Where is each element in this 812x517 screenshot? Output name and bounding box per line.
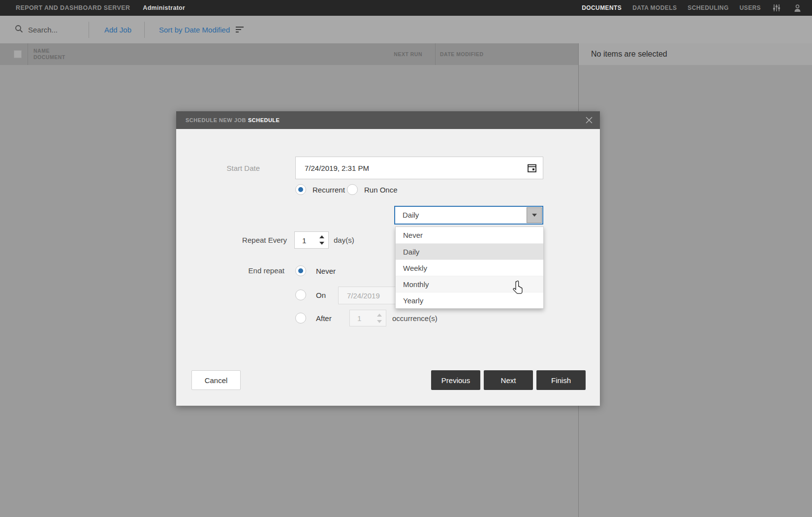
- current-user: Administrator: [143, 4, 185, 11]
- frequency-option-weekly[interactable]: Weekly: [396, 259, 543, 276]
- nav-scheduling[interactable]: SCHEDULING: [687, 4, 728, 11]
- no-selection-message: No items are selected: [591, 50, 667, 59]
- dialog-title: SCHEDULE NEW JOBSCHEDULE: [186, 117, 280, 123]
- dialog-header: SCHEDULE NEW JOBSCHEDULE: [176, 111, 600, 129]
- toolbar-divider: [144, 22, 145, 38]
- user-icon[interactable]: [792, 3, 802, 13]
- repeat-every-stepper: [319, 232, 324, 248]
- toolbar-divider: [89, 22, 89, 38]
- end-after-label: After: [316, 314, 332, 323]
- end-after-count-value: 1: [357, 314, 361, 323]
- start-date-field: [295, 157, 543, 179]
- end-repeat-label: End repeat: [186, 266, 284, 275]
- end-never-radio[interactable]: [295, 265, 306, 276]
- stepper-up-icon[interactable]: [319, 235, 324, 238]
- search-icon: [15, 25, 23, 35]
- frequency-dropdown-button[interactable]: [527, 207, 542, 223]
- recurrent-radio[interactable]: [295, 184, 306, 195]
- dialog-title-step: SCHEDULE: [248, 117, 280, 123]
- frequency-select[interactable]: Daily: [394, 206, 543, 225]
- previous-button[interactable]: Previous: [431, 370, 480, 390]
- run-once-label: Run Once: [364, 186, 398, 194]
- selection-panel: No items are selected: [579, 43, 812, 65]
- frequency-dropdown-list: Never Daily Weekly Monthly Yearly: [395, 226, 544, 309]
- add-job-button[interactable]: Add Job: [104, 16, 131, 43]
- toolbar: Add Job Sort by Date Modified: [0, 16, 812, 43]
- end-after-radio[interactable]: [295, 313, 306, 323]
- frequency-selected-value: Daily: [403, 211, 419, 219]
- start-date-label: Start Date: [186, 164, 260, 172]
- search-box[interactable]: [15, 16, 80, 43]
- search-input[interactable]: [28, 26, 80, 34]
- nav-users[interactable]: USERS: [740, 4, 761, 11]
- frequency-option-daily[interactable]: Daily: [396, 243, 543, 259]
- repeat-every-field[interactable]: 1: [294, 231, 329, 249]
- nav-documents[interactable]: DOCUMENTS: [582, 4, 622, 11]
- main-nav: DOCUMENTS DATA MODELS SCHEDULING USERS: [582, 3, 802, 13]
- select-all-checkbox[interactable]: [14, 50, 22, 58]
- jobs-table-header: NAME DOCUMENT NEXT RUN DATE MODIFIED: [0, 43, 578, 65]
- calendar-icon[interactable]: [527, 163, 537, 173]
- end-after-unit: occurrence(s): [392, 314, 437, 323]
- frequency-option-monthly[interactable]: Monthly: [396, 276, 543, 292]
- repeat-every-unit: day(s): [334, 236, 354, 244]
- stepper-down-icon[interactable]: [377, 320, 382, 323]
- chevron-down-icon: [532, 214, 537, 217]
- column-header-next-run[interactable]: NEXT RUN: [344, 51, 422, 58]
- run-once-radio[interactable]: [347, 184, 358, 195]
- column-header-name: NAME: [33, 48, 65, 54]
- end-after-stepper: [377, 310, 382, 326]
- sort-label: Sort by Date Modified: [159, 26, 230, 34]
- nav-data-models[interactable]: DATA MODELS: [632, 4, 677, 11]
- app-title: REPORT AND DASHBOARD SERVER: [16, 4, 130, 11]
- end-never-label: Never: [316, 267, 336, 275]
- close-icon[interactable]: [584, 115, 594, 125]
- end-after-option[interactable]: After: [295, 313, 332, 323]
- end-on-radio[interactable]: [295, 290, 306, 300]
- column-header-date-modified[interactable]: DATE MODIFIED: [440, 51, 484, 58]
- finish-button[interactable]: Finish: [536, 370, 586, 390]
- recurrent-option[interactable]: Recurrent: [295, 184, 345, 195]
- cancel-button[interactable]: Cancel: [191, 370, 241, 390]
- sort-descending-icon: [236, 25, 244, 34]
- end-on-label: On: [316, 291, 326, 299]
- column-header-name-document[interactable]: NAME DOCUMENT: [33, 48, 65, 61]
- end-after-count-field: 1: [349, 310, 386, 326]
- add-job-label: Add Job: [104, 26, 131, 34]
- run-once-option[interactable]: Run Once: [347, 184, 398, 195]
- top-bar: REPORT AND DASHBOARD SERVER Administrato…: [0, 0, 812, 16]
- repeat-every-label: Repeat Every: [186, 236, 287, 244]
- recurrent-label: Recurrent: [312, 186, 345, 194]
- column-header-document: DOCUMENT: [33, 54, 65, 61]
- sort-button[interactable]: Sort by Date Modified: [159, 16, 244, 43]
- stepper-up-icon[interactable]: [377, 314, 382, 317]
- start-date-input[interactable]: [305, 157, 516, 179]
- frequency-option-never[interactable]: Never: [396, 227, 543, 243]
- schedule-new-job-dialog: SCHEDULE NEW JOBSCHEDULE Start Date Recu…: [176, 111, 600, 406]
- end-never-option[interactable]: Never: [295, 265, 336, 276]
- end-on-option[interactable]: On: [295, 290, 326, 300]
- stepper-down-icon[interactable]: [319, 242, 324, 245]
- column-divider: [28, 43, 28, 65]
- frequency-option-yearly[interactable]: Yearly: [396, 292, 543, 308]
- sliders-icon[interactable]: [772, 3, 781, 13]
- column-divider: [435, 43, 436, 65]
- repeat-every-value: 1: [302, 236, 306, 244]
- next-button[interactable]: Next: [484, 370, 533, 390]
- dialog-title-prefix: SCHEDULE NEW JOB: [186, 117, 246, 123]
